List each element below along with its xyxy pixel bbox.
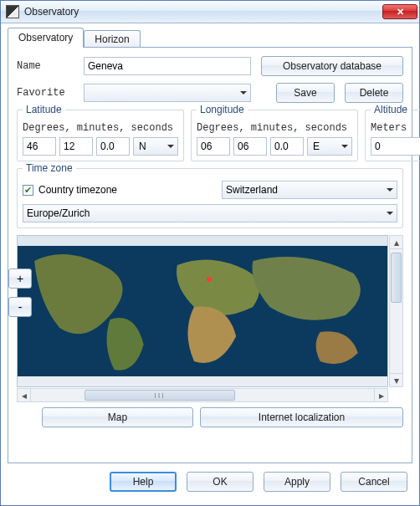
svg-rect-2 [18,376,387,386]
zoom-out-button[interactable]: - [8,297,32,317]
svg-point-3 [207,277,212,282]
country-combo[interactable]: Switzerland [222,181,397,199]
chevron-down-icon [387,188,393,192]
chevron-down-icon [341,145,348,148]
latitude-sublabel: Degrees, minutes, seconds [23,122,178,134]
scroll-left-icon[interactable]: ◂ [18,389,31,401]
tab-panel-observatory: Name Observatory database Favorite Save … [8,47,412,463]
name-input[interactable] [84,57,251,75]
tab-strip: Observatory Horizon [8,27,419,47]
close-icon: ✕ [397,7,404,18]
svg-rect-1 [18,236,387,246]
map-vertical-scrollbar[interactable]: ▴ ▾ [389,235,403,387]
vscroll-thumb[interactable] [391,253,402,303]
longitude-sublabel: Degrees, minutes, seconds [197,122,352,134]
favorite-combo[interactable] [84,84,251,102]
latitude-group: Latitude Degrees, minutes, seconds N [17,110,184,161]
world-map[interactable] [17,235,388,387]
tab-horizon[interactable]: Horizon [84,30,140,49]
country-timezone-label: Country timezone [38,184,117,196]
zoom-in-button[interactable]: + [8,268,32,289]
chevron-down-icon [167,145,174,148]
country-timezone-checkbox[interactable]: ✔ [23,185,33,196]
delete-button[interactable]: Delete [345,83,403,103]
window-title: Observatory [24,6,382,18]
help-button[interactable]: Help [110,472,177,492]
chevron-down-icon [240,91,247,95]
map-horizontal-scrollbar[interactable]: ◂ III ▸ [17,388,388,402]
altitude-legend: Altitude [371,104,411,115]
titlebar: Observatory ✕ [1,1,419,23]
scroll-up-icon[interactable]: ▴ [390,236,402,249]
ok-button[interactable]: OK [187,472,254,492]
lon-hemi-combo[interactable]: E [307,137,352,156]
close-button[interactable]: ✕ [382,4,417,19]
lat-hemi-combo[interactable]: N [133,137,178,156]
timezone-group: Time zone ✔ Country timezone Switzerland… [17,168,403,228]
lat-sec-input[interactable] [96,137,130,156]
app-icon [6,5,19,18]
tab-observatory[interactable]: Observatory [8,28,84,48]
cancel-button[interactable]: Cancel [341,472,407,492]
map-button[interactable]: Map [42,407,193,427]
longitude-legend: Longitude [197,104,248,115]
save-button[interactable]: Save [276,83,335,103]
map-area: + - ▴ [17,235,403,402]
chevron-down-icon [387,212,393,215]
timezone-combo[interactable]: Europe/Zurich [23,204,397,222]
scroll-down-icon[interactable]: ▾ [390,373,402,386]
altitude-input[interactable] [371,137,420,156]
lat-min-input[interactable] [59,137,93,156]
lat-deg-input[interactable] [23,137,56,156]
lon-sec-input[interactable] [270,137,304,156]
observatory-database-button[interactable]: Observatory database [261,56,403,76]
timezone-legend: Time zone [23,162,76,174]
altitude-group: Altitude Meters [365,110,420,161]
scroll-right-icon[interactable]: ▸ [374,389,387,401]
lon-deg-input[interactable] [197,137,230,156]
latitude-legend: Latitude [23,104,65,115]
dialog-footer: Help OK Apply Cancel [1,463,419,492]
lon-min-input[interactable] [233,137,267,156]
apply-button[interactable]: Apply [264,472,330,492]
check-icon: ✔ [24,186,32,195]
name-label: Name [17,60,84,72]
altitude-sublabel: Meters [371,122,420,134]
hscroll-thumb[interactable]: III [85,390,235,401]
map-image [18,236,387,386]
internet-localization-button[interactable]: Internet localization [200,407,403,427]
longitude-group: Longitude Degrees, minutes, seconds E [191,110,358,161]
favorite-label: Favorite [17,87,84,99]
